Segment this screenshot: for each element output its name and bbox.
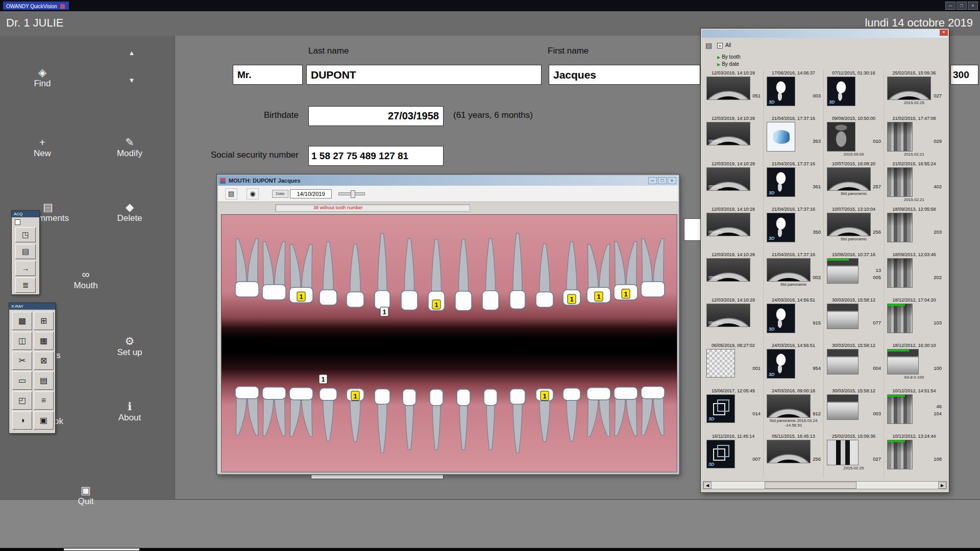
mouth-zoom-slider[interactable] (338, 192, 365, 195)
sidebar-item-about[interactable]: ℹ About (102, 400, 158, 423)
maximize-button[interactable]: □ (957, 2, 967, 10)
thumbnail-cell[interactable]: 06/05/2019, 08:27:02001 (703, 342, 764, 387)
tooth-number-tag[interactable]: 1 (541, 391, 549, 400)
thumbnail-cell[interactable]: 21/02/2015, 16:55:244022015.02.21 (884, 160, 944, 206)
tooth-lower[interactable] (403, 389, 416, 450)
tooth-lower[interactable] (587, 388, 610, 436)
tooth-lower[interactable] (430, 389, 443, 450)
tooth-upper[interactable] (401, 239, 418, 310)
filter-by-date[interactable]: ▶By date (717, 61, 739, 67)
tooth-upper[interactable] (455, 239, 472, 311)
palette-titlebar[interactable] (702, 30, 948, 38)
thumbnail-cell[interactable]: 18/12/2012, 16:30:1010063-8 0.100 (884, 342, 944, 387)
mouth-camera-icon[interactable]: ◉ (247, 188, 259, 199)
scroll-down-icon[interactable]: ▼ (120, 77, 143, 84)
tooth-number-tag[interactable]: 1 (622, 289, 630, 298)
thumbnail-cell[interactable]: 10/12/2012, 13:24:44108 (884, 433, 944, 478)
tooth-upper[interactable] (510, 233, 525, 309)
xray-fullscreen-button[interactable]: ◰ (12, 391, 32, 410)
tooth-upper[interactable] (536, 244, 553, 307)
thumbnail-cell[interactable]: 10/07/2015, 16:08:20257Std panoramic (824, 160, 884, 206)
thumbnail-cell[interactable]: 18/09/2013, 12:03:46202 (884, 251, 944, 296)
birthdate-field[interactable]: 27/03/1958 (308, 106, 444, 126)
thumbnail-cell[interactable]: 10/12/2012, 14:51:5410446 (884, 387, 944, 433)
dental-chart[interactable]: 111111111 (222, 215, 678, 473)
thumbnail-cell[interactable]: 07/11/2015, 01:30:163D (824, 69, 884, 115)
tooth-upper[interactable] (375, 233, 390, 309)
acq-import-button[interactable]: → (15, 261, 36, 276)
thumbnail-cell[interactable]: 30/03/2015, 15:58:12003 (824, 387, 884, 433)
slider-thumb[interactable] (351, 190, 355, 198)
thumbnail-cell[interactable]: 18/12/2012, 17:04:20103 (884, 296, 944, 342)
tooth-upper[interactable] (262, 242, 286, 300)
filter-all-checkbox[interactable]: × (717, 43, 723, 48)
title-field[interactable]: Mr. (233, 65, 303, 85)
thumbnail-cell[interactable]: 24/03/2016, 14:56:513D915 (764, 296, 824, 342)
xray-halfmouth-left-button[interactable]: ◫ (12, 332, 32, 350)
sidebar-item-partial-1[interactable]: s (56, 350, 61, 361)
thumbnail-cell[interactable]: 16/11/2016, 11:45:143D007 (703, 433, 764, 478)
mouth-close-button[interactable]: × (668, 177, 676, 184)
palette-hscrollbar[interactable]: ◀ ▶ (703, 481, 947, 489)
tooth-lower[interactable] (289, 388, 313, 436)
xray-halfmouth-right-button[interactable]: ▦ (34, 332, 54, 350)
thumbnail-cell[interactable]: 15/06/2016, 10:37:1600513 (824, 251, 884, 296)
thumbnail-cell[interactable]: 30/03/2015, 15:58:12004 (824, 342, 884, 387)
tooth-upper[interactable] (482, 239, 499, 310)
tooth-number-tag[interactable]: 1 (595, 292, 603, 301)
xray-delete-image-button[interactable]: ⊠ (34, 352, 54, 370)
thumbnail-cell[interactable]: 21/04/2016, 17:37:163D350 (764, 206, 824, 251)
tooth-number-tag[interactable]: 1 (380, 307, 388, 316)
tooth-number-tag[interactable]: 1 (432, 300, 440, 309)
tooth-upper[interactable] (235, 239, 259, 297)
thumbnail-cell[interactable]: 12/03/2019, 14:10:280505Py (703, 251, 764, 296)
tooth-upper[interactable] (320, 242, 337, 305)
taskbar-item[interactable] (64, 548, 139, 550)
palette-close-button[interactable]: × (940, 30, 948, 36)
thumbnail-cell[interactable]: 21/04/2016, 17:37:16353 (764, 115, 824, 160)
scrollbar-thumb[interactable] (765, 482, 856, 489)
scroll-right-icon[interactable]: ▶ (938, 482, 946, 489)
thumbnail-cell[interactable]: 12/03/2019, 14:10:290504Py (703, 296, 764, 342)
tooth-lower[interactable] (614, 387, 638, 436)
ssn-field[interactable]: 1 58 27 75 489 127 81 (308, 146, 444, 166)
thumbnail-cell[interactable]: 18/09/2013, 12:05:58203 (884, 206, 944, 251)
thumbnail-cell[interactable]: 12/03/2019, 14:10:29051 (703, 69, 764, 115)
mouth-window-titlebar[interactable]: MOUTH: DUPONT Jacques ─ □ × (218, 176, 678, 186)
tooth-lower[interactable] (641, 387, 665, 435)
sidebar-item-setup[interactable]: ⚙ Set up (102, 335, 158, 358)
xray-layout-3x3-button[interactable]: ▤ (34, 371, 54, 390)
thumbnail-cell[interactable]: 05/11/2015, 16:45:13256 (764, 433, 824, 478)
tooth-number-tag[interactable]: 1 (351, 391, 359, 400)
tooth-lower[interactable] (510, 389, 525, 453)
mouth-minimize-button[interactable]: ─ (648, 177, 657, 184)
tooth-number-tag[interactable]: 1 (319, 374, 327, 384)
sidebar-item-quit[interactable]: ▣ Quit (58, 484, 114, 507)
thumbnail-cell[interactable]: 30/03/2015, 15:58:12077 (824, 296, 884, 342)
tooth-lower[interactable] (375, 389, 390, 453)
thumbnail-cell[interactable]: 15/06/2017, 12:05:453D014 (703, 387, 764, 433)
app-title-tab[interactable]: OWANDY QuickVision (3, 2, 69, 10)
scroll-up-icon[interactable]: ▲ (120, 49, 143, 57)
thumbnail-cell[interactable]: 21/02/2015, 17:47:080292015.02.21 (884, 115, 944, 160)
thumbnail-cell[interactable]: 25/02/2015, 15:09:360272015.02.25 (884, 69, 944, 115)
thumbnail-cell[interactable]: 24/03/2016, 09:00:18912Std panoramic 201… (764, 387, 824, 433)
first-name-field[interactable]: Jacques (549, 65, 700, 85)
tooth-upper[interactable] (347, 244, 364, 307)
close-button[interactable]: × (968, 2, 978, 10)
filter-all-label[interactable]: All (725, 42, 731, 48)
filter-by-tooth[interactable]: ▶By tooth (717, 54, 741, 60)
ref-number-field[interactable]: 300 (950, 65, 978, 85)
acq-capture-button[interactable]: ◳ (15, 227, 36, 242)
tooth-lower[interactable] (457, 389, 470, 450)
minimize-button[interactable]: ─ (945, 2, 955, 10)
mouth-date-field[interactable]: 14/10/2019 (290, 189, 332, 198)
sidebar-item-new[interactable]: + New (14, 136, 70, 159)
acq-palette-title[interactable]: ACQ (12, 211, 39, 217)
tooth-upper[interactable] (641, 239, 665, 297)
xray-cut-button[interactable]: ✂ (12, 352, 32, 370)
last-name-field[interactable]: DUPONT (306, 65, 542, 85)
tooth-lower[interactable] (563, 388, 580, 441)
tooth-lower[interactable] (262, 387, 286, 436)
xray-palette-title[interactable]: X-RAY (9, 303, 55, 310)
